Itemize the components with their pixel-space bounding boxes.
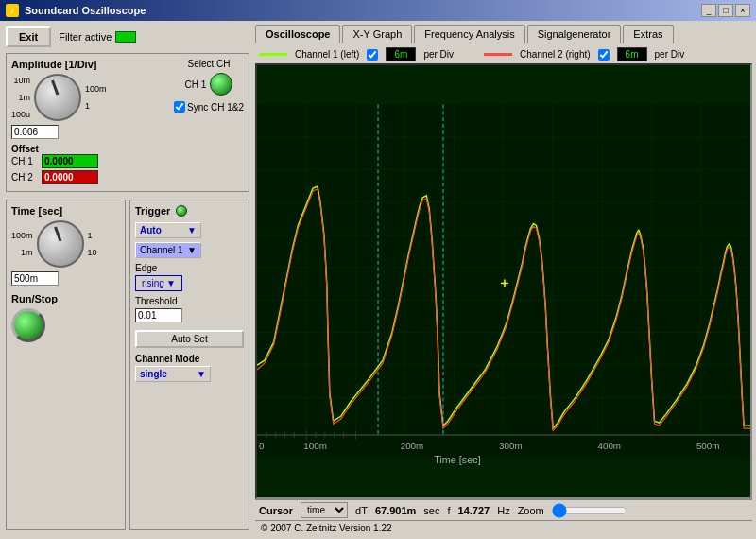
ch1-line bbox=[259, 53, 287, 56]
title-bar-icon: ♪ bbox=[6, 4, 19, 17]
close-button[interactable]: × bbox=[735, 4, 750, 17]
tab-frequency-analysis[interactable]: Frequency Analysis bbox=[414, 25, 524, 43]
tab-xy-graph[interactable]: X-Y Graph bbox=[342, 25, 412, 43]
scope-display: 0 100m 200m 300m 400m 500m Time [sec] bbox=[255, 63, 752, 499]
status-bar: © 2007 C. Zeitnitz Version 1.22 bbox=[255, 520, 752, 535]
ch2-checkbox[interactable] bbox=[598, 49, 610, 61]
status-text: © 2007 C. Zeitnitz Version 1.22 bbox=[261, 523, 392, 533]
cursor-type-select[interactable]: time freq bbox=[301, 502, 348, 518]
offset-label: Offset bbox=[11, 144, 39, 154]
filter-active-label: Filter active bbox=[59, 31, 112, 43]
ch1-perdiv-unit: per Div bbox=[423, 49, 454, 60]
channel-mode-label: Channel Mode bbox=[135, 354, 244, 364]
zoom-slider[interactable] bbox=[552, 503, 627, 518]
ch1-control-label: Channel 1 (left) bbox=[295, 49, 359, 60]
title-bar: ♪ Soundcard Oszilloscope _ □ × bbox=[0, 0, 756, 21]
f-value: 14.727 bbox=[458, 505, 490, 516]
title-bar-title: Soundcard Oszilloscope bbox=[25, 5, 146, 16]
svg-text:400m: 400m bbox=[597, 441, 621, 451]
svg-text:100m: 100m bbox=[303, 441, 327, 451]
time-label-10: 10 bbox=[88, 248, 97, 257]
autoset-button[interactable]: Auto Set bbox=[135, 330, 244, 348]
channel-mode-value: single bbox=[140, 369, 167, 379]
f-label: f bbox=[447, 505, 450, 516]
channel-mode-arrow: ▼ bbox=[197, 369, 206, 379]
trigger-mode-label: Auto bbox=[140, 225, 162, 235]
ch2-control-label: Channel 2 (right) bbox=[520, 49, 590, 60]
sync-label: Sync CH 1&2 bbox=[187, 102, 244, 113]
time-label-1m: 1m bbox=[21, 248, 33, 257]
time-label-100m: 100m bbox=[11, 231, 33, 240]
trigger-mode-arrow: ▼ bbox=[187, 225, 197, 235]
amplitude-section: Amplitude [1/Div] 10m 1m 100u 100m 1 bbox=[6, 53, 249, 192]
ch1-offset-input[interactable] bbox=[42, 154, 98, 168]
amplitude-label-100m: 100m bbox=[85, 84, 107, 94]
select-ch-label: Select CH bbox=[187, 59, 230, 69]
edge-dropdown[interactable]: rising ▼ bbox=[135, 275, 182, 291]
ch1-checkbox[interactable] bbox=[367, 49, 378, 61]
trigger-title: Trigger bbox=[135, 205, 170, 217]
channel-mode-section: Channel Mode single ▼ bbox=[135, 354, 244, 382]
ch1-perdiv-input[interactable] bbox=[386, 47, 416, 61]
ch2-perdiv-input[interactable] bbox=[617, 47, 647, 61]
trigger-section: Trigger Auto ▼ Channel 1 ▼ Edg bbox=[129, 200, 249, 530]
sync-checkbox[interactable] bbox=[174, 101, 185, 113]
time-value-input[interactable] bbox=[11, 271, 59, 286]
cursor-bar: Cursor time freq dT 67.901m sec f 14.727… bbox=[255, 499, 752, 520]
offset-section: Offset CH 1 CH 2 bbox=[11, 143, 244, 184]
f-unit: Hz bbox=[497, 505, 509, 516]
amplitude-label-1: 1 bbox=[85, 101, 107, 111]
zoom-label: Zoom bbox=[518, 505, 544, 516]
threshold-input[interactable] bbox=[135, 308, 182, 322]
time-label-1: 1 bbox=[88, 231, 97, 240]
trigger-channel-label: Channel 1 bbox=[140, 245, 183, 255]
ch1-offset-label: CH 1 bbox=[11, 156, 38, 166]
ch1-label: CH 1 bbox=[185, 79, 207, 90]
tab-oscilloscope[interactable]: Oscilloscope bbox=[255, 25, 340, 43]
svg-text:200m: 200m bbox=[401, 441, 424, 451]
filter-led bbox=[115, 31, 136, 43]
trigger-led bbox=[176, 205, 187, 217]
cursor-label: Cursor bbox=[259, 505, 293, 516]
runstop-section: Run/Stop bbox=[11, 293, 120, 342]
trigger-channel-arrow: ▼ bbox=[187, 245, 197, 255]
amplitude-value-input[interactable] bbox=[11, 125, 59, 139]
edge-arrow: ▼ bbox=[166, 278, 176, 288]
amplitude-label-100u: 100u bbox=[11, 110, 30, 119]
time-title: Time [sec] bbox=[11, 205, 120, 217]
threshold-label: Threshold bbox=[135, 296, 177, 306]
minimize-button[interactable]: _ bbox=[701, 4, 716, 17]
svg-text:300m: 300m bbox=[499, 441, 523, 451]
edge-label: Edge bbox=[135, 263, 157, 273]
channel-controls-bar: Channel 1 (left) per Div Channel 2 (righ… bbox=[255, 45, 752, 63]
ch2-perdiv-unit: per Div bbox=[655, 49, 685, 60]
amplitude-knob[interactable] bbox=[34, 74, 81, 121]
ch2-offset-label: CH 2 bbox=[11, 172, 38, 183]
dt-label: dT bbox=[355, 505, 368, 516]
amplitude-label-1m: 1m bbox=[19, 93, 31, 102]
dt-value: 67.901m bbox=[375, 505, 416, 516]
amplitude-label-10m: 10m bbox=[14, 76, 31, 85]
svg-text:0: 0 bbox=[259, 441, 265, 451]
runstop-label: Run/Stop bbox=[11, 293, 120, 304]
time-knob[interactable] bbox=[37, 220, 84, 268]
tab-bar: Oscilloscope X-Y Graph Frequency Analysi… bbox=[255, 25, 752, 43]
ch2-offset-input[interactable] bbox=[42, 170, 98, 184]
trigger-channel-dropdown[interactable]: Channel 1 ▼ bbox=[135, 242, 201, 258]
edge-value: rising bbox=[142, 278, 164, 288]
tab-extras[interactable]: Extras bbox=[623, 25, 673, 43]
scope-svg: 0 100m 200m 300m 400m 500m Time [sec] bbox=[257, 65, 750, 497]
tab-signalgenerator[interactable]: Signalgenerator bbox=[527, 25, 622, 43]
maximize-button[interactable]: □ bbox=[718, 4, 733, 17]
channel-mode-dropdown[interactable]: single ▼ bbox=[135, 366, 211, 382]
svg-text:Time [sec]: Time [sec] bbox=[434, 454, 481, 465]
svg-text:500m: 500m bbox=[696, 441, 720, 451]
trigger-mode-dropdown[interactable]: Auto ▼ bbox=[135, 222, 201, 238]
select-ch-section: Select CH CH 1 Sync CH 1&2 bbox=[174, 59, 244, 139]
run-stop-button[interactable] bbox=[11, 308, 45, 342]
ch1-indicator[interactable] bbox=[210, 73, 232, 96]
time-section: Time [sec] 100m 1m 1 10 bbox=[6, 200, 126, 530]
ch2-line bbox=[484, 53, 512, 56]
dt-unit: sec bbox=[423, 505, 439, 516]
exit-button[interactable]: Exit bbox=[6, 26, 51, 47]
